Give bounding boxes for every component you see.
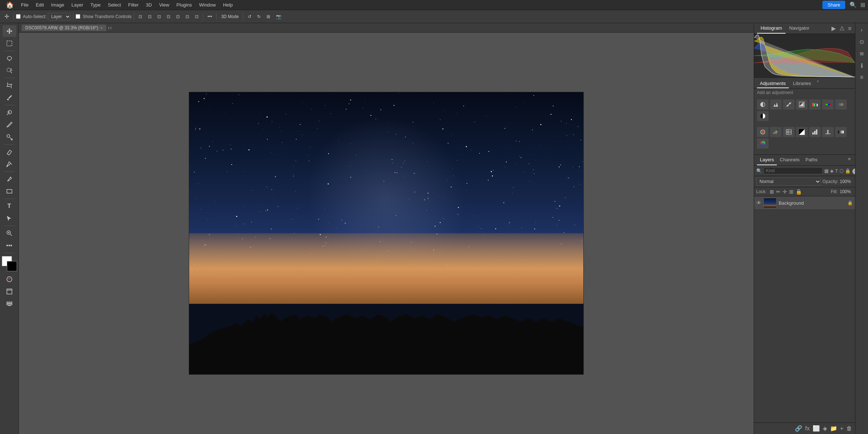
lock-all-button[interactable]: 🔒 <box>796 189 802 195</box>
selection-tool[interactable] <box>3 38 16 49</box>
menu-item-window[interactable]: Window <box>196 1 218 8</box>
home-icon[interactable]: 🏠 <box>3 0 17 11</box>
photo-filter-button[interactable] <box>757 127 769 137</box>
black-white-button[interactable] <box>757 111 769 121</box>
layer-visibility-toggle[interactable]: 👁 <box>756 200 761 206</box>
window-arrange-button[interactable]: ⊞ <box>860 1 865 8</box>
brush-tool[interactable] <box>3 119 16 131</box>
adjustments-strip-button[interactable]: ≋ <box>858 49 865 59</box>
layer-search-input[interactable] <box>763 167 823 174</box>
3d-mode-button[interactable]: 3D Mode <box>219 13 241 20</box>
type-tool[interactable]: T <box>3 200 16 212</box>
rotate-ccw-button[interactable]: ↺ <box>246 13 254 20</box>
zoom-tool[interactable] <box>3 227 16 239</box>
shape-tool[interactable] <box>3 186 16 197</box>
filter-shape-button[interactable]: ⬡ <box>839 168 843 174</box>
color-balance-button[interactable] <box>835 99 847 110</box>
new-group-button[interactable]: 📁 <box>830 425 837 432</box>
tab-close-button[interactable]: × <box>100 26 102 30</box>
exposure-button[interactable] <box>796 99 808 110</box>
move-tool-options[interactable]: ✛ <box>2 12 11 21</box>
layer-link-button[interactable]: 🔗 <box>795 425 802 432</box>
menu-item-file[interactable]: File <box>18 1 31 8</box>
levels-button[interactable] <box>770 99 782 110</box>
more-tools-button[interactable]: ••• <box>3 240 16 251</box>
blend-mode-select[interactable]: Normal Multiply Screen Overlay <box>756 178 821 186</box>
posterize-button[interactable] <box>809 127 821 137</box>
new-layer-button[interactable]: + <box>840 425 843 432</box>
menu-item-plugins[interactable]: Plugins <box>174 1 195 8</box>
collapse-panel-button[interactable]: › <box>859 25 864 35</box>
filter-pixel-button[interactable]: ▦ <box>824 168 829 174</box>
threshold-button[interactable] <box>822 127 834 137</box>
menu-item-type[interactable]: Type <box>88 1 103 8</box>
layers-menu-button[interactable]: ≡ <box>846 155 852 165</box>
document-tab[interactable]: DSC00579.ARW @ 33.3% (RGB/16*) × <box>22 25 106 31</box>
paths-tab[interactable]: Paths <box>803 155 820 165</box>
filter-adj-button[interactable]: ◈ <box>830 168 834 174</box>
adjustments-tab[interactable]: Adjustments <box>757 79 789 88</box>
camera-button[interactable]: 📷 <box>274 13 284 20</box>
lasso-tool[interactable] <box>3 52 16 64</box>
align-bottom-button[interactable]: ⊡ <box>183 13 191 20</box>
pen-tool[interactable] <box>3 173 16 185</box>
paint-bucket-tool[interactable] <box>3 158 16 170</box>
lock-artboards-button[interactable]: ⊞ <box>789 189 793 195</box>
filter-smart-button[interactable]: 🔒 <box>845 168 851 174</box>
layer-item-background[interactable]: 👁 Background 🔒 <box>754 196 855 210</box>
channel-mixer-button[interactable] <box>770 127 782 137</box>
align-left-button[interactable]: ⊡ <box>136 13 144 20</box>
align-right-button[interactable]: ⊡ <box>155 13 163 20</box>
lock-position-button[interactable]: ✛ <box>783 189 787 195</box>
transform-button[interactable]: ⊞ <box>264 13 272 20</box>
move-tool[interactable] <box>3 25 16 37</box>
lock-paint-button[interactable]: ✏ <box>776 189 780 195</box>
foreground-color-swatch[interactable] <box>7 261 17 271</box>
info-strip-button[interactable]: ℹ <box>859 61 864 71</box>
channels-tab[interactable]: Channels <box>777 155 803 165</box>
opacity-value[interactable]: 100% <box>840 179 853 184</box>
search-button[interactable]: 🔍 <box>850 1 857 8</box>
vibrance-button[interactable] <box>809 99 821 110</box>
quick-select-tool[interactable] <box>3 65 16 76</box>
align-center-v-button[interactable]: ⊡ <box>146 13 154 20</box>
show-transform-checkbox[interactable] <box>76 14 80 19</box>
color-swatches[interactable] <box>2 256 17 271</box>
adjustments-collapse-button[interactable]: ≡ <box>815 79 820 88</box>
layer-mask-button[interactable]: ⬜ <box>813 425 820 432</box>
gradient-map-button[interactable] <box>835 127 847 137</box>
layer-style-button[interactable]: fx <box>805 425 809 432</box>
filter-text-button[interactable]: T <box>835 168 838 174</box>
distribute-button[interactable]: ⊡ <box>193 13 201 20</box>
histogram-play-button[interactable]: ▶ <box>831 24 837 33</box>
path-selection-tool[interactable] <box>3 213 16 224</box>
rotate-cw-button[interactable]: ↻ <box>255 13 263 20</box>
hue-saturation-button[interactable] <box>822 99 834 110</box>
new-fill-adj-button[interactable]: ◈ <box>823 425 827 432</box>
curves-button[interactable] <box>783 99 795 110</box>
eyedropper-tool[interactable] <box>3 92 16 103</box>
menu-item-layer[interactable]: Layer <box>69 1 86 8</box>
menu-item-view[interactable]: View <box>156 1 172 8</box>
properties-strip-button[interactable]: ⊙ <box>858 37 865 47</box>
navigator-tab[interactable]: Navigator <box>786 23 813 34</box>
menu-item-filter[interactable]: Filter <box>125 1 141 8</box>
clone-stamp-tool[interactable] <box>3 131 16 143</box>
selective-color-button[interactable] <box>757 139 769 149</box>
layer-comp-button[interactable] <box>3 298 16 310</box>
quick-mask-button[interactable] <box>3 273 16 285</box>
channels-strip-button[interactable]: ≡ <box>859 73 865 82</box>
fill-value[interactable]: 100% <box>840 189 853 194</box>
delete-layer-button[interactable]: 🗑 <box>846 425 852 432</box>
share-button[interactable]: Share <box>822 1 845 9</box>
libraries-tab[interactable]: Libraries <box>790 79 814 88</box>
auto-select-checkbox[interactable] <box>16 14 21 19</box>
align-top-button[interactable]: ⊡ <box>165 13 173 20</box>
layers-tab[interactable]: Layers <box>757 155 777 165</box>
invert-button[interactable] <box>796 127 808 137</box>
photo-canvas[interactable] <box>189 92 583 374</box>
more-options-button[interactable]: ••• <box>205 13 214 20</box>
menu-item-3d[interactable]: 3D <box>143 1 155 8</box>
menu-item-edit[interactable]: Edit <box>33 1 47 8</box>
histogram-menu-button[interactable]: ≡ <box>847 25 852 33</box>
